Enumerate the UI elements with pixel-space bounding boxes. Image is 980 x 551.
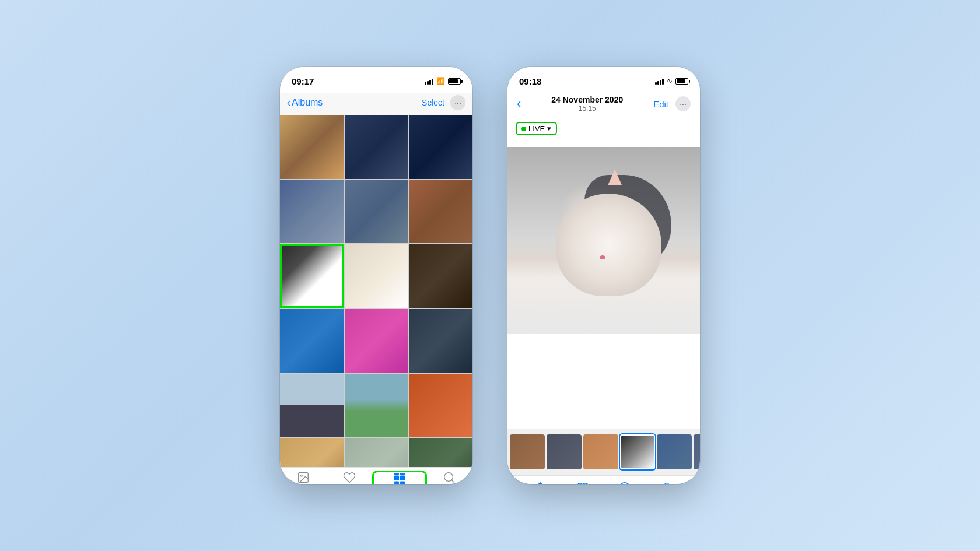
right-nav-actions: Edit ··· — [653, 96, 691, 111]
right-status-bar: 09:18 ∿ — [508, 67, 700, 93]
photo-cell-3[interactable] — [409, 115, 473, 179]
photo-date-time: 15:15 — [521, 104, 653, 113]
library-icon — [297, 471, 310, 484]
svg-line-9 — [452, 480, 454, 482]
right-battery-icon — [676, 78, 688, 85]
cat-face — [556, 194, 662, 296]
cat-image — [508, 147, 700, 334]
thumb-4[interactable] — [620, 434, 655, 469]
svg-rect-7 — [400, 473, 405, 475]
top-spacer — [508, 141, 700, 147]
delete-button[interactable] — [661, 482, 674, 484]
info-button[interactable] — [618, 482, 631, 484]
right-content: LIVE ▾ — [508, 117, 700, 484]
battery-icon — [448, 78, 461, 85]
svg-point-1 — [300, 475, 302, 476]
photo-date-title: 24 November 2020 15:15 — [521, 95, 653, 113]
thumb-5[interactable] — [657, 434, 692, 469]
left-status-bar: 09:17 📶 — [280, 67, 473, 93]
photo-cell-4[interactable] — [280, 180, 344, 244]
photo-cell-gray1[interactable] — [345, 438, 408, 467]
photo-cell-boston[interactable] — [409, 244, 473, 308]
thumb-2[interactable] — [547, 434, 582, 469]
photo-cell-car3[interactable] — [409, 309, 473, 373]
photo-cell-silhouette[interactable] — [280, 374, 344, 437]
back-label: Albums — [292, 97, 323, 108]
photo-date-main: 24 November 2020 — [521, 95, 653, 104]
right-wifi-icon: ∿ — [667, 77, 673, 85]
photo-cell-tree[interactable] — [409, 438, 473, 467]
bottom-spacer — [508, 334, 700, 429]
tab-search[interactable]: Search — [426, 471, 473, 484]
more-icon: ··· — [454, 98, 461, 107]
right-time: 09:18 — [519, 76, 541, 86]
svg-point-11 — [620, 483, 630, 484]
svg-point-8 — [444, 473, 453, 482]
tab-albums[interactable]: Albums — [373, 471, 426, 484]
thumbnail-strip — [508, 429, 700, 475]
photo-cell-castle[interactable] — [345, 374, 408, 437]
for-you-icon — [343, 471, 356, 484]
right-more-icon: ··· — [680, 99, 687, 108]
thumb-3[interactable] — [583, 434, 618, 469]
live-dot-icon — [522, 127, 526, 131]
chevron-left-icon: ‹ — [287, 97, 290, 109]
share-button[interactable] — [534, 482, 547, 484]
photo-cell-1[interactable] — [280, 115, 344, 179]
photo-cell-cat2[interactable] — [345, 244, 408, 308]
wifi-icon: 📶 — [436, 77, 445, 85]
svg-rect-4 — [394, 482, 399, 484]
right-nav-bar: ‹ 24 November 2020 15:15 Edit ··· — [508, 93, 700, 117]
edit-button[interactable]: Edit — [653, 99, 668, 109]
svg-rect-2 — [394, 476, 399, 480]
left-status-icons: 📶 — [425, 77, 461, 85]
right-phone: 09:18 ∿ ‹ 24 November 2020 15:15 — [508, 67, 700, 484]
albums-icon — [393, 472, 406, 484]
nav-actions: Select ··· — [422, 95, 466, 110]
search-icon — [443, 471, 456, 484]
photo-cell-toys[interactable] — [409, 374, 473, 437]
back-arrow-button[interactable]: ‹ — [517, 96, 521, 111]
tab-library[interactable]: Library — [280, 471, 327, 484]
bottom-toolbar — [508, 475, 700, 484]
left-content: Library For You — [280, 115, 473, 484]
photos-grid — [280, 115, 473, 467]
photo-cell-toy1[interactable] — [280, 438, 344, 467]
svg-rect-5 — [400, 482, 405, 484]
left-phone: 09:17 📶 ‹ Albums Select — [280, 67, 473, 484]
signal-icon — [425, 78, 433, 85]
photo-cell-cat1-selected[interactable] — [280, 244, 344, 308]
photo-cell-2[interactable] — [345, 115, 408, 179]
right-signal-icon — [655, 78, 664, 85]
right-more-button[interactable]: ··· — [676, 96, 691, 111]
photo-cell-car2[interactable] — [345, 309, 408, 373]
tab-for-you[interactable]: For You — [327, 471, 373, 484]
live-label: LIVE — [528, 124, 545, 133]
favorite-button[interactable] — [576, 482, 589, 484]
thumb-6[interactable] — [694, 434, 700, 469]
left-time: 09:17 — [292, 76, 314, 86]
svg-rect-3 — [400, 476, 405, 480]
left-nav-bar: ‹ Albums Select ··· — [280, 93, 473, 115]
photo-cell-6[interactable] — [409, 180, 473, 244]
tab-bar: Library For You — [280, 467, 473, 484]
photo-cell-car1[interactable] — [280, 309, 344, 373]
photos-grid-container — [280, 115, 473, 467]
select-button[interactable]: Select — [422, 98, 444, 107]
back-button[interactable]: ‹ Albums — [287, 97, 323, 109]
photo-cell-5[interactable] — [345, 180, 408, 244]
live-badge[interactable]: LIVE ▾ — [516, 122, 557, 135]
thumb-1[interactable] — [510, 434, 545, 469]
cat-nose — [600, 255, 606, 259]
right-status-icons: ∿ — [655, 77, 688, 85]
svg-rect-6 — [394, 473, 399, 475]
more-button[interactable]: ··· — [450, 95, 466, 110]
live-chevron-icon: ▾ — [547, 124, 551, 133]
main-photo[interactable] — [508, 147, 700, 334]
